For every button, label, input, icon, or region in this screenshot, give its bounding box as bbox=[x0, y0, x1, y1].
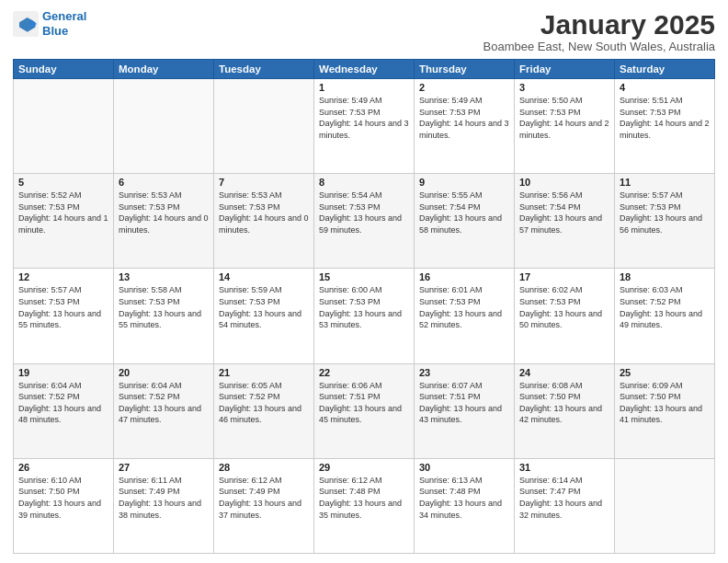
calendar-cell: 2Sunrise: 5:49 AM Sunset: 7:53 PM Daylig… bbox=[415, 79, 515, 174]
cell-details: Sunrise: 6:03 AM Sunset: 7:52 PM Dayligh… bbox=[620, 284, 710, 330]
cell-details: Sunrise: 5:50 AM Sunset: 7:53 PM Dayligh… bbox=[519, 95, 609, 141]
day-number: 18 bbox=[620, 271, 710, 282]
day-number: 2 bbox=[419, 82, 509, 93]
calendar-cell: 4Sunrise: 5:51 AM Sunset: 7:53 PM Daylig… bbox=[615, 79, 715, 174]
weekday-header-wednesday: Wednesday bbox=[314, 60, 415, 79]
header: General Blue January 2025 Boambee East, … bbox=[13, 9, 715, 53]
calendar-cell: 21Sunrise: 6:05 AM Sunset: 7:52 PM Dayli… bbox=[214, 363, 314, 458]
day-number: 20 bbox=[119, 367, 209, 378]
calendar-week-row: 12Sunrise: 5:57 AM Sunset: 7:53 PM Dayli… bbox=[14, 269, 715, 363]
day-number: 14 bbox=[219, 271, 309, 282]
calendar-cell bbox=[114, 79, 214, 174]
cell-details: Sunrise: 5:53 AM Sunset: 7:53 PM Dayligh… bbox=[219, 190, 309, 236]
calendar-week-row: 19Sunrise: 6:04 AM Sunset: 7:52 PM Dayli… bbox=[14, 363, 715, 458]
calendar-cell: 1Sunrise: 5:49 AM Sunset: 7:53 PM Daylig… bbox=[314, 79, 415, 174]
cell-details: Sunrise: 5:54 AM Sunset: 7:53 PM Dayligh… bbox=[319, 190, 409, 236]
logo-text: General Blue bbox=[42, 9, 86, 38]
calendar-cell bbox=[14, 79, 114, 174]
logo-line2: Blue bbox=[42, 24, 68, 38]
weekday-header-tuesday: Tuesday bbox=[214, 60, 314, 79]
logo-line1: General bbox=[42, 9, 86, 23]
calendar-week-row: 5Sunrise: 5:52 AM Sunset: 7:53 PM Daylig… bbox=[14, 174, 715, 269]
calendar-cell: 18Sunrise: 6:03 AM Sunset: 7:52 PM Dayli… bbox=[615, 269, 715, 363]
calendar-cell: 30Sunrise: 6:13 AM Sunset: 7:48 PM Dayli… bbox=[415, 458, 515, 553]
calendar-cell: 16Sunrise: 6:01 AM Sunset: 7:53 PM Dayli… bbox=[415, 269, 515, 363]
cell-details: Sunrise: 6:11 AM Sunset: 7:49 PM Dayligh… bbox=[119, 475, 209, 521]
calendar-table: SundayMondayTuesdayWednesdayThursdayFrid… bbox=[13, 59, 715, 554]
cell-details: Sunrise: 6:05 AM Sunset: 7:52 PM Dayligh… bbox=[219, 380, 309, 426]
logo-icon bbox=[13, 11, 39, 37]
calendar-cell: 27Sunrise: 6:11 AM Sunset: 7:49 PM Dayli… bbox=[114, 458, 214, 553]
weekday-header-thursday: Thursday bbox=[415, 60, 515, 79]
cell-details: Sunrise: 5:49 AM Sunset: 7:53 PM Dayligh… bbox=[319, 95, 409, 141]
weekday-header-friday: Friday bbox=[515, 60, 615, 79]
weekday-header-saturday: Saturday bbox=[615, 60, 715, 79]
day-number: 26 bbox=[18, 462, 108, 473]
calendar-cell: 13Sunrise: 5:58 AM Sunset: 7:53 PM Dayli… bbox=[114, 269, 214, 363]
cell-details: Sunrise: 5:59 AM Sunset: 7:53 PM Dayligh… bbox=[219, 284, 309, 330]
cell-details: Sunrise: 5:53 AM Sunset: 7:53 PM Dayligh… bbox=[119, 190, 209, 236]
calendar-cell: 19Sunrise: 6:04 AM Sunset: 7:52 PM Dayli… bbox=[14, 363, 114, 458]
title-block: January 2025 Boambee East, New South Wal… bbox=[483, 9, 715, 53]
calendar-week-row: 26Sunrise: 6:10 AM Sunset: 7:50 PM Dayli… bbox=[14, 458, 715, 553]
cell-details: Sunrise: 5:51 AM Sunset: 7:53 PM Dayligh… bbox=[620, 95, 710, 141]
location: Boambee East, New South Wales, Australia bbox=[483, 40, 715, 53]
cell-details: Sunrise: 5:52 AM Sunset: 7:53 PM Dayligh… bbox=[18, 190, 108, 236]
calendar-cell: 14Sunrise: 5:59 AM Sunset: 7:53 PM Dayli… bbox=[214, 269, 314, 363]
calendar-cell: 8Sunrise: 5:54 AM Sunset: 7:53 PM Daylig… bbox=[314, 174, 415, 269]
cell-details: Sunrise: 6:06 AM Sunset: 7:51 PM Dayligh… bbox=[319, 380, 409, 426]
cell-details: Sunrise: 6:13 AM Sunset: 7:48 PM Dayligh… bbox=[419, 475, 509, 521]
day-number: 17 bbox=[519, 271, 609, 282]
day-number: 29 bbox=[319, 462, 409, 473]
day-number: 16 bbox=[419, 271, 509, 282]
day-number: 8 bbox=[319, 177, 409, 188]
cell-details: Sunrise: 6:09 AM Sunset: 7:50 PM Dayligh… bbox=[620, 380, 710, 426]
cell-details: Sunrise: 5:57 AM Sunset: 7:53 PM Dayligh… bbox=[18, 284, 108, 330]
day-number: 13 bbox=[119, 271, 209, 282]
day-number: 31 bbox=[519, 462, 609, 473]
calendar-cell: 29Sunrise: 6:12 AM Sunset: 7:48 PM Dayli… bbox=[314, 458, 415, 553]
day-number: 12 bbox=[18, 271, 108, 282]
page: General Blue January 2025 Boambee East, … bbox=[0, 0, 728, 563]
cell-details: Sunrise: 6:01 AM Sunset: 7:53 PM Dayligh… bbox=[419, 284, 509, 330]
cell-details: Sunrise: 5:56 AM Sunset: 7:54 PM Dayligh… bbox=[519, 190, 609, 236]
calendar-cell: 26Sunrise: 6:10 AM Sunset: 7:50 PM Dayli… bbox=[14, 458, 114, 553]
day-number: 15 bbox=[319, 271, 409, 282]
month-title: January 2025 bbox=[483, 9, 715, 40]
cell-details: Sunrise: 6:08 AM Sunset: 7:50 PM Dayligh… bbox=[519, 380, 609, 426]
day-number: 9 bbox=[419, 177, 509, 188]
calendar-cell: 9Sunrise: 5:55 AM Sunset: 7:54 PM Daylig… bbox=[415, 174, 515, 269]
day-number: 21 bbox=[219, 367, 309, 378]
calendar-cell: 24Sunrise: 6:08 AM Sunset: 7:50 PM Dayli… bbox=[515, 363, 615, 458]
day-number: 25 bbox=[620, 367, 710, 378]
cell-details: Sunrise: 5:57 AM Sunset: 7:53 PM Dayligh… bbox=[620, 190, 710, 236]
calendar-cell: 28Sunrise: 6:12 AM Sunset: 7:49 PM Dayli… bbox=[214, 458, 314, 553]
day-number: 28 bbox=[219, 462, 309, 473]
calendar-cell: 17Sunrise: 6:02 AM Sunset: 7:53 PM Dayli… bbox=[515, 269, 615, 363]
calendar-cell: 31Sunrise: 6:14 AM Sunset: 7:47 PM Dayli… bbox=[515, 458, 615, 553]
calendar-cell bbox=[615, 458, 715, 553]
calendar-cell: 6Sunrise: 5:53 AM Sunset: 7:53 PM Daylig… bbox=[114, 174, 214, 269]
calendar-cell: 5Sunrise: 5:52 AM Sunset: 7:53 PM Daylig… bbox=[14, 174, 114, 269]
cell-details: Sunrise: 6:10 AM Sunset: 7:50 PM Dayligh… bbox=[18, 475, 108, 521]
calendar-cell: 22Sunrise: 6:06 AM Sunset: 7:51 PM Dayli… bbox=[314, 363, 415, 458]
day-number: 30 bbox=[419, 462, 509, 473]
cell-details: Sunrise: 6:04 AM Sunset: 7:52 PM Dayligh… bbox=[119, 380, 209, 426]
day-number: 3 bbox=[519, 82, 609, 93]
day-number: 1 bbox=[319, 82, 409, 93]
day-number: 7 bbox=[219, 177, 309, 188]
calendar-cell: 11Sunrise: 5:57 AM Sunset: 7:53 PM Dayli… bbox=[615, 174, 715, 269]
calendar-cell: 3Sunrise: 5:50 AM Sunset: 7:53 PM Daylig… bbox=[515, 79, 615, 174]
cell-details: Sunrise: 5:55 AM Sunset: 7:54 PM Dayligh… bbox=[419, 190, 509, 236]
cell-details: Sunrise: 6:04 AM Sunset: 7:52 PM Dayligh… bbox=[18, 380, 108, 426]
weekday-header-sunday: Sunday bbox=[14, 60, 114, 79]
day-number: 22 bbox=[319, 367, 409, 378]
day-number: 19 bbox=[18, 367, 108, 378]
calendar-cell bbox=[214, 79, 314, 174]
day-number: 24 bbox=[519, 367, 609, 378]
day-number: 6 bbox=[119, 177, 209, 188]
day-number: 27 bbox=[119, 462, 209, 473]
day-number: 10 bbox=[519, 177, 609, 188]
day-number: 4 bbox=[620, 82, 710, 93]
cell-details: Sunrise: 6:12 AM Sunset: 7:48 PM Dayligh… bbox=[319, 475, 409, 521]
